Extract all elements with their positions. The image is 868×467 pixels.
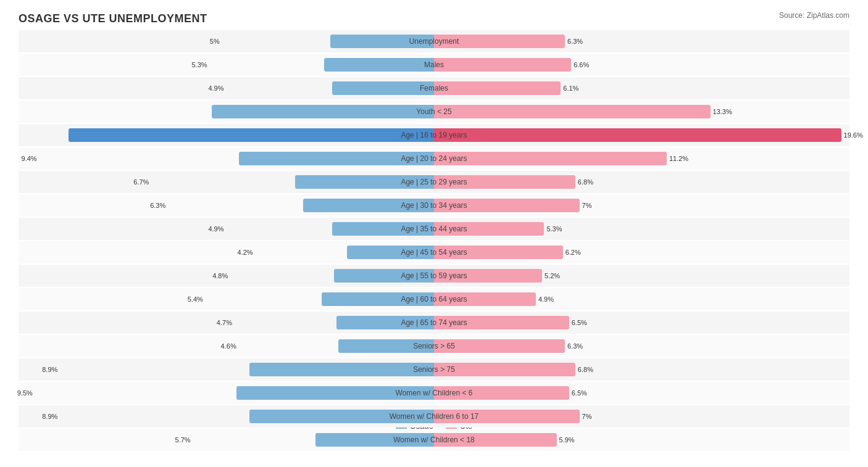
value-right: 6.2% (565, 249, 581, 256)
value-left: 8.9% (42, 366, 57, 373)
bar-right (434, 58, 571, 72)
chart-row: Age | 30 to 34 years6.3%7% (19, 194, 849, 217)
chart-row: Age | 25 to 29 years6.7%6.8% (19, 171, 849, 193)
value-right: 5.2% (545, 272, 560, 279)
bar-left (332, 222, 434, 236)
value-left: 9.5% (17, 389, 33, 397)
bar-left (332, 81, 434, 95)
chart-row: Age | 45 to 54 years4.2%6.2% (19, 241, 849, 263)
value-left: 4.9% (208, 225, 223, 233)
chart-row: Age | 65 to 74 years4.7%6.5% (19, 312, 849, 334)
bar-right (434, 269, 542, 283)
value-left: 4.2% (238, 249, 253, 256)
bar-right (434, 246, 563, 259)
value-right: 6.5% (572, 389, 587, 397)
bar-left (324, 58, 434, 72)
value-right: 6.8% (578, 366, 593, 373)
chart-row: Females4.9%6.1% (19, 77, 849, 99)
value-left: 4.6% (221, 342, 236, 350)
chart-row: Youth < 2510.7%13.3% (19, 101, 849, 123)
bar-right (434, 339, 565, 353)
value-right: 6.1% (563, 85, 578, 92)
bar-right (434, 81, 561, 95)
chart-row: Seniors > 654.6%6.3% (19, 335, 849, 357)
bar-left (330, 35, 434, 48)
value-right: 5.3% (546, 225, 562, 233)
value-left: 4.7% (217, 319, 232, 326)
chart-row: Age | 55 to 59 years4.8%5.2% (19, 265, 849, 287)
value-right: 7% (582, 202, 592, 209)
bar-left (347, 246, 434, 259)
value-left: 5.7% (175, 436, 191, 444)
value-right: 6.5% (572, 319, 587, 326)
chart-container: OSAGE VS UTE UNEMPLOYMENT Source: ZipAtl… (0, 0, 868, 467)
bar-left (334, 269, 434, 283)
chart-row: Age | 16 to 19 years17.6%19.6% (19, 124, 849, 146)
value-left: 4.9% (208, 85, 223, 92)
bar-right (434, 175, 575, 189)
value-left: 5.4% (188, 295, 203, 303)
bar-right (434, 152, 667, 165)
bar-left (249, 363, 434, 376)
chart-row: Women w/ Children < 69.5%6.5% (19, 382, 849, 404)
bar-left (236, 386, 434, 400)
bar-right (434, 386, 569, 400)
bar-right (434, 316, 569, 329)
value-right: 6.3% (567, 38, 583, 45)
chart-row: Unemployment5%6.3% (19, 30, 849, 52)
value-right: 4.9% (538, 295, 554, 303)
chart-row: Seniors > 758.9%6.8% (19, 358, 849, 381)
value-right: 13.3% (713, 108, 732, 115)
bar-right (434, 363, 575, 376)
chart-row: Women w/ Children 6 to 178.9%7% (19, 405, 849, 428)
value-left: 6.3% (150, 202, 165, 209)
bar-left (315, 433, 434, 447)
bar-right (434, 105, 711, 118)
value-right: 6.6% (574, 61, 589, 68)
value-right: 19.6% (844, 131, 863, 139)
value-right: 5.9% (559, 436, 575, 444)
bar-right (434, 199, 580, 212)
bar-right (434, 433, 557, 447)
bar-right (434, 410, 580, 423)
bar-left (338, 339, 434, 353)
bar-left (303, 199, 434, 212)
value-left: 6.7% (133, 178, 149, 186)
source-text: Source: ZipAtlas.com (779, 11, 849, 20)
value-right: 6.8% (578, 178, 593, 186)
value-left: 5.3% (191, 61, 207, 68)
value-left: 4.8% (212, 272, 228, 279)
bar-left (295, 175, 434, 189)
chart-area: Unemployment5%6.3%Males5.3%6.6%Females4.… (19, 30, 849, 405)
bar-left (212, 105, 434, 118)
value-right: 6.3% (567, 342, 583, 350)
value-right: 7% (582, 413, 592, 420)
bar-right (434, 35, 565, 48)
chart-row: Age | 35 to 44 years4.9%5.3% (19, 218, 849, 240)
bar-left (336, 316, 434, 329)
chart-title: OSAGE VS UTE UNEMPLOYMENT (19, 12, 849, 25)
chart-row: Males5.3%6.6% (19, 54, 849, 76)
bar-right (434, 222, 544, 236)
chart-row: Women w/ Children < 185.7%5.9% (19, 429, 849, 451)
bar-left (69, 128, 434, 142)
bar-left (249, 410, 434, 423)
bar-right (434, 292, 536, 306)
chart-row: Age | 60 to 64 years5.4%4.9% (19, 288, 849, 310)
bar-left (322, 292, 434, 306)
value-left: 5% (210, 38, 220, 45)
chart-row: Age | 20 to 24 years9.4%11.2% (19, 147, 849, 170)
bar-right (434, 128, 841, 142)
value-left: 8.9% (42, 413, 57, 420)
value-right: 11.2% (669, 155, 688, 162)
bar-left (239, 152, 434, 165)
value-left: 9.4% (22, 155, 37, 162)
